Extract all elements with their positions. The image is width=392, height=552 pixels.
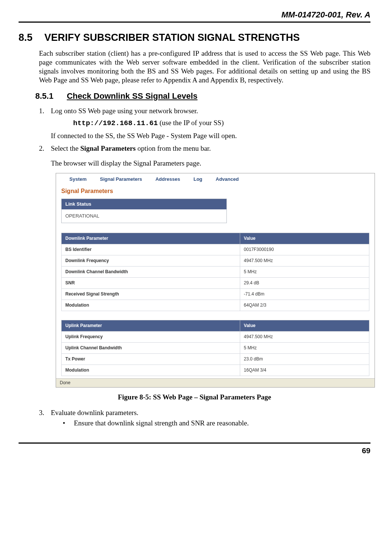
- section-number: 8.5: [19, 32, 33, 44]
- step-number: 2.: [39, 144, 51, 168]
- table-row: SNR29.4 dB: [62, 278, 369, 289]
- subsection-heading: 8.5.1 Check Downlink SS Signal Levels: [35, 91, 370, 101]
- menu-addresses[interactable]: Addresses: [156, 176, 180, 182]
- url-text: http://192.168.11.61: [73, 119, 158, 127]
- value-cell: -71.4 dBm: [240, 289, 369, 300]
- uplink-header-param: Uplink Parameter: [62, 320, 240, 331]
- menu-signal-parameters[interactable]: Signal Parameters: [100, 176, 142, 182]
- param-cell: Modulation: [62, 300, 240, 311]
- table-row: Downlink Frequency4947.500 MHz: [62, 255, 369, 267]
- value-cell: 5 MHz: [240, 343, 369, 354]
- value-cell: 5 MHz: [240, 267, 369, 278]
- step-text: Evaluate downlink parameters.: [51, 409, 138, 417]
- menu-bar: System Signal Parameters Addresses Log A…: [56, 173, 375, 185]
- document-header: MM-014720-001, Rev. A: [19, 10, 370, 23]
- subsection-number: 8.5.1: [35, 91, 53, 101]
- section-title: VERIFY SUBSCRIBER STATION SIGNAL STRENGT…: [45, 32, 300, 44]
- param-cell: Downlink Channel Bandwidth: [62, 267, 240, 278]
- step-1: 1. Log onto SS Web page using your netwo…: [39, 107, 370, 140]
- table-row: Modulation64QAM 2/3: [62, 300, 369, 311]
- table-row: Uplink Channel Bandwidth5 MHz: [62, 343, 369, 354]
- browser-status-bar: Done: [56, 378, 375, 387]
- value-cell: 0017F3000190: [240, 244, 369, 255]
- page-number: 69: [362, 446, 370, 455]
- bullet-item: • Ensure that downlink signal strength a…: [63, 419, 370, 428]
- menu-system[interactable]: System: [69, 176, 86, 182]
- step-text-pre: Select the: [51, 144, 80, 152]
- page-footer: 69: [19, 442, 370, 455]
- page-title: Signal Parameters: [56, 185, 375, 199]
- value-cell: 16QAM 3/4: [240, 365, 369, 376]
- value-cell: 4947.500 MHz: [240, 255, 369, 267]
- value-cell: 23.0 dBm: [240, 354, 369, 365]
- table-row: Uplink Frequency4947.500 MHz: [62, 331, 369, 343]
- subsection-title: Check Downlink SS Signal Levels: [67, 91, 197, 101]
- param-cell: SNR: [62, 278, 240, 289]
- link-status-panel: Link Status OPERATIONAL: [61, 199, 227, 223]
- param-cell: Downlink Frequency: [62, 255, 240, 267]
- link-status-header: Link Status: [62, 199, 226, 209]
- table-row: BS Identifier0017F3000190: [62, 244, 369, 255]
- uplink-table: Uplink Parameter Value Uplink Frequency4…: [61, 320, 369, 376]
- link-status-value: OPERATIONAL: [62, 209, 226, 223]
- step-after-text: The browser will display the Signal Para…: [51, 159, 370, 168]
- step-2: 2. Select the Signal Parameters option f…: [39, 144, 370, 168]
- uplink-header-value: Value: [240, 320, 369, 331]
- menu-log[interactable]: Log: [193, 176, 202, 182]
- step-number: 3.: [39, 408, 51, 429]
- downlink-header-param: Downlink Parameter: [62, 233, 240, 244]
- param-cell: Modulation: [62, 365, 240, 376]
- value-cell: 4947.500 MHz: [240, 331, 369, 343]
- step-bold: Signal Parameters: [80, 144, 135, 152]
- param-cell: BS Identifier: [62, 244, 240, 255]
- bullet-text: Ensure that downlink signal strength and…: [74, 419, 249, 428]
- step-number: 1.: [39, 107, 51, 140]
- param-cell: Uplink Channel Bandwidth: [62, 343, 240, 354]
- screenshot-signal-parameters: System Signal Parameters Addresses Log A…: [56, 173, 375, 388]
- table-row: Tx Power23.0 dBm: [62, 354, 369, 365]
- table-row: Modulation16QAM 3/4: [62, 365, 369, 376]
- url-hint: (use the IP of your SS): [158, 119, 224, 127]
- downlink-table: Downlink Parameter Value BS Identifier00…: [61, 233, 369, 311]
- table-row: Received Signal Strength-71.4 dBm: [62, 289, 369, 300]
- param-cell: Uplink Frequency: [62, 331, 240, 343]
- param-cell: Received Signal Strength: [62, 289, 240, 300]
- section-heading: 8.5 VERIFY SUBSCRIBER STATION SIGNAL STR…: [19, 32, 370, 44]
- step-text-post: option from the menu bar.: [135, 144, 211, 152]
- step-text: Log onto SS Web page using your network …: [51, 107, 198, 115]
- step-after-text: If connected to the SS, the SS Web Page …: [51, 131, 370, 140]
- figure-caption: Figure 8-5: SS Web Page – Signal Paramet…: [19, 393, 370, 402]
- menu-advanced[interactable]: Advanced: [216, 176, 239, 182]
- step-3: 3. Evaluate downlink parameters. • Ensur…: [39, 408, 370, 429]
- bullet-icon: •: [63, 419, 74, 428]
- param-cell: Tx Power: [62, 354, 240, 365]
- value-cell: 64QAM 2/3: [240, 300, 369, 311]
- intro-paragraph: Each subscriber station (client) has a p…: [39, 49, 370, 84]
- value-cell: 29.4 dB: [240, 278, 369, 289]
- downlink-header-value: Value: [240, 233, 369, 244]
- table-row: Downlink Channel Bandwidth5 MHz: [62, 267, 369, 278]
